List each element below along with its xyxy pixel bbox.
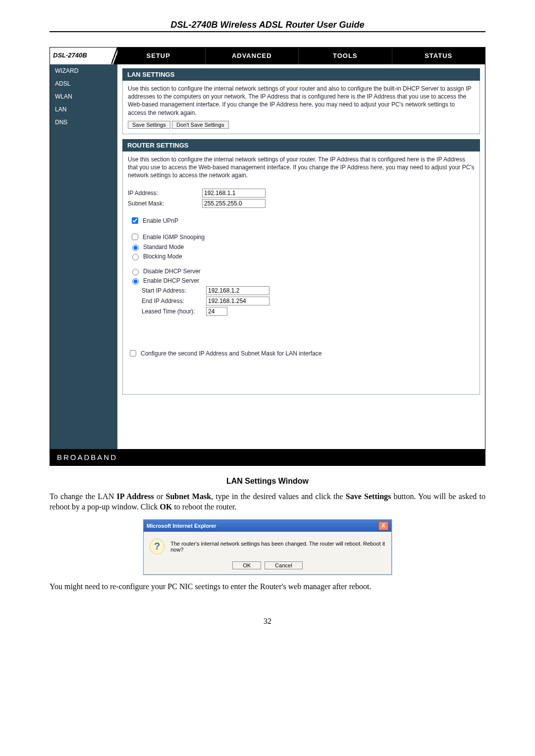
disable-dhcp-radio[interactable] — [132, 269, 139, 275]
blocking-mode-radio[interactable] — [132, 254, 139, 260]
subnet-mask-label: Subnet Mask: — [128, 200, 202, 207]
enable-igmp-checkbox[interactable] — [132, 234, 138, 240]
lan-settings-desc: Use this section to configure the intern… — [128, 85, 475, 117]
sidebar-item-lan[interactable]: LAN — [50, 103, 117, 116]
nav-tabs: SETUP ADVANCED TOOLS STATUS — [111, 48, 485, 64]
standard-mode-radio[interactable] — [132, 245, 139, 251]
enable-upnp-label: Enable UPnP — [143, 217, 178, 224]
enable-igmp-label: Enable IGMP Snooping — [143, 234, 205, 241]
dialog-title: Microsoft Internet Explorer — [147, 523, 216, 529]
reboot-dialog: Microsoft Internet Explorer X ? The rout… — [143, 519, 392, 575]
close-icon[interactable]: X — [378, 521, 388, 530]
enable-dhcp-radio[interactable] — [132, 278, 139, 285]
question-icon: ? — [150, 539, 164, 554]
tab-tools[interactable]: TOOLS — [298, 48, 392, 64]
end-ip-label: End IP Address: — [142, 298, 206, 304]
sidebar-item-dns[interactable]: DNS — [50, 116, 117, 129]
ip-address-input[interactable] — [202, 189, 266, 198]
ip-address-label: IP Address: — [128, 190, 202, 197]
end-ip-input[interactable] — [206, 297, 269, 305]
second-ip-checkbox[interactable] — [130, 350, 136, 356]
tab-status[interactable]: STATUS — [392, 48, 485, 64]
dialog-cancel-button[interactable]: Cancel — [265, 561, 302, 569]
standard-mode-label: Standard Mode — [143, 244, 184, 251]
router-settings-heading: ROUTER SETTINGS — [122, 139, 480, 151]
lan-settings-heading: LAN SETTINGS — [122, 68, 480, 81]
start-ip-label: Start IP Address: — [142, 287, 206, 294]
guide-title: DSL-2740B Wireless ADSL Router User Guid… — [50, 20, 485, 32]
footer-brand: BROADBAND — [50, 449, 485, 465]
save-settings-button[interactable]: Save Settings — [128, 121, 170, 129]
router-settings-panel: Use this section to configure the intern… — [122, 151, 480, 395]
second-ip-label: Configure the second IP Address and Subn… — [141, 350, 321, 357]
dialog-message: The router's internal network settings h… — [170, 541, 385, 553]
top-bar: DSL-2740B SETUP ADVANCED TOOLS STATUS — [50, 48, 485, 64]
sidebar: WIZARD ADSL WLAN LAN DNS — [50, 64, 117, 449]
instruction-para-1: To change the LAN IP Address or Subnet M… — [50, 492, 485, 512]
dialog-ok-button[interactable]: OK — [232, 561, 261, 569]
blocking-mode-label: Blocking Mode — [143, 253, 182, 260]
sidebar-item-wizard[interactable]: WIZARD — [50, 64, 117, 77]
dont-save-settings-button[interactable]: Don't Save Settings — [172, 121, 228, 129]
enable-upnp-checkbox[interactable] — [132, 217, 138, 224]
enable-dhcp-label: Enable DHCP Server — [143, 277, 199, 284]
tab-advanced[interactable]: ADVANCED — [205, 48, 299, 64]
start-ip-input[interactable] — [206, 286, 269, 295]
leased-time-label: Leased Time (hour): — [142, 308, 206, 315]
router-settings-desc: Use this section to configure the intern… — [128, 155, 475, 180]
page-number: 32 — [50, 617, 485, 626]
content-area: LAN SETTINGS Use this section to configu… — [117, 64, 485, 449]
tab-setup[interactable]: SETUP — [111, 48, 205, 64]
instruction-para-2: You might need to re-configure your PC N… — [50, 582, 485, 592]
lan-settings-panel: Use this section to configure the intern… — [122, 81, 480, 134]
disable-dhcp-label: Disable DHCP Server — [143, 268, 201, 275]
subnet-mask-input[interactable] — [202, 199, 266, 208]
sidebar-item-wlan[interactable]: WLAN — [50, 90, 117, 103]
sidebar-item-adsl[interactable]: ADSL — [50, 77, 117, 90]
figure-caption: LAN Settings Window — [50, 477, 485, 486]
model-label: DSL-2740B — [50, 48, 111, 64]
leased-time-input[interactable] — [206, 307, 227, 316]
router-ui-screenshot: DSL-2740B SETUP ADVANCED TOOLS STATUS WI… — [50, 47, 485, 466]
